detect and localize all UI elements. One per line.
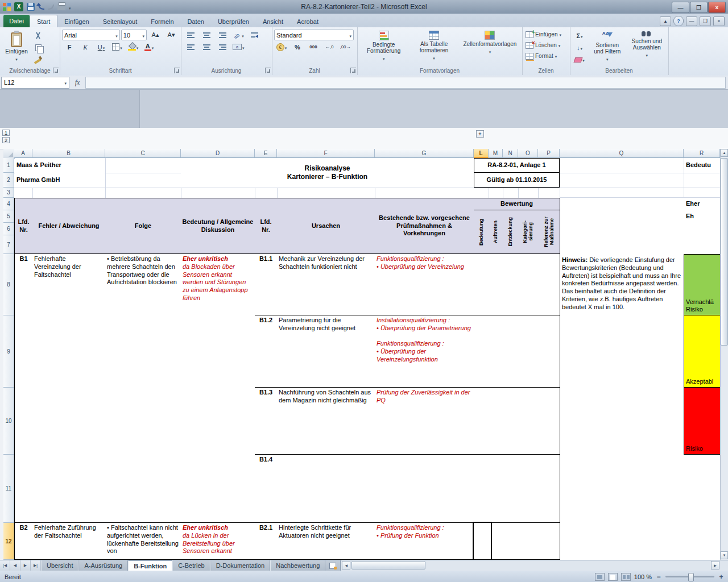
row-header-3[interactable]: 3 xyxy=(3,188,14,198)
cut-button[interactable] xyxy=(31,30,46,41)
column-header-D[interactable]: D xyxy=(181,149,255,158)
row-header-5[interactable]: 5 xyxy=(3,210,14,223)
underline-dropdown[interactable] xyxy=(103,44,105,51)
cell-B1-bedeutung[interactable]: Eher unkritisch da Blockaden über Sensor… xyxy=(181,254,255,523)
autosum-button[interactable]: Σ xyxy=(572,30,587,41)
row-header-7[interactable]: 7 xyxy=(3,235,14,254)
font-color-dropdown[interactable] xyxy=(152,44,154,51)
cell-company-line1[interactable]: Maas & Peither xyxy=(15,158,105,173)
tab-ansicht[interactable]: Ansicht xyxy=(256,15,290,27)
tab-einfuegen[interactable]: Einfügen xyxy=(57,15,96,27)
last-sheet-button[interactable]: ▶| xyxy=(31,560,41,571)
comma-style-button[interactable]: 000 xyxy=(306,41,321,53)
cell-B1-1-massnahme[interactable]: Funktionsqualifizierung : • Überprüfung … xyxy=(375,254,474,315)
vertical-scrollbar[interactable]: ▲ ▼ xyxy=(720,149,728,560)
page-layout-view-button[interactable] xyxy=(608,573,618,581)
borders-button[interactable] xyxy=(110,41,125,53)
row-header-12[interactable]: 12 xyxy=(3,523,14,560)
header-rot-auftreten[interactable]: Auftreten xyxy=(489,210,503,254)
borders-dropdown[interactable] xyxy=(120,44,122,51)
row-header-6[interactable]: 6 xyxy=(3,223,14,235)
bold-button[interactable]: F xyxy=(62,41,77,53)
cell-B1-2-massnahme[interactable]: Installationsqualifizierung : • Überprüf… xyxy=(375,315,474,388)
cell-B1-4-massnahme[interactable] xyxy=(375,455,474,523)
column-header-R[interactable]: R xyxy=(684,149,720,158)
number-format-select[interactable]: Standard xyxy=(274,30,354,40)
grid-cell-M9[interactable] xyxy=(489,315,503,388)
risk-cell-green[interactable]: Vernachlä Risiko xyxy=(684,254,720,315)
header-rot-bedeutung[interactable]: Bedeutung xyxy=(474,210,489,254)
normal-view-button[interactable] xyxy=(595,573,605,581)
next-sheet-button[interactable]: ▶ xyxy=(20,560,31,571)
select-all-corner[interactable] xyxy=(3,149,15,159)
align-bottom-button[interactable] xyxy=(215,30,230,41)
cell-B1-1-nr[interactable]: B1.1 xyxy=(255,254,278,315)
column-header-G[interactable]: G xyxy=(375,149,474,158)
zoom-slider[interactable] xyxy=(665,576,714,577)
header-rot-entdeckung[interactable]: Entdeckung xyxy=(503,210,519,254)
sort-filter-button[interactable]: AZ Sortieren und Filtern xyxy=(589,29,626,66)
header-folge[interactable]: Folge xyxy=(105,198,181,254)
column-header-P[interactable]: P xyxy=(538,149,560,158)
grid-cell-N9[interactable] xyxy=(503,315,519,388)
column-header-Q[interactable]: Q xyxy=(560,149,684,158)
grid-cell-M8[interactable] xyxy=(489,254,503,315)
row-header-8[interactable]: 8 xyxy=(3,254,14,315)
scroll-right-button[interactable]: ▶ xyxy=(711,561,719,569)
clear-dropdown[interactable] xyxy=(582,56,585,63)
cell-B1-4-ursache[interactable] xyxy=(277,455,375,523)
tab-formeln[interactable]: Formeln xyxy=(144,15,180,27)
cell-B1-folge[interactable]: • Betriebstörung da mehrere Schachteln d… xyxy=(105,254,181,523)
grid-cell-M12[interactable] xyxy=(489,523,503,560)
zoom-in-button[interactable]: + xyxy=(718,573,725,581)
clipboard-dialog-launcher[interactable] xyxy=(53,68,59,73)
grid-cell-L10[interactable] xyxy=(474,388,489,455)
outline-level-1-button[interactable]: 1 xyxy=(2,130,10,136)
cell-B2-1-massnahme[interactable]: Funktionsqualifizierung : • Prüfung der … xyxy=(375,523,474,560)
header-fehler[interactable]: Fehler / Abweichung xyxy=(32,198,106,254)
workbook-minimize-button[interactable]: — xyxy=(686,16,697,26)
cell-B1-2-ursache[interactable]: Parametrierung für die Vereinzelung nich… xyxy=(277,315,375,388)
align-middle-button[interactable] xyxy=(199,30,214,41)
grid-cell-L12[interactable] xyxy=(474,523,489,560)
sheet-tab-c-betrieb[interactable]: C-Betrieb xyxy=(172,560,210,571)
minimize-button[interactable]: — xyxy=(672,2,689,13)
cell-hinweis[interactable]: Hinweis: Die vorliegende Einstufung der … xyxy=(562,256,681,336)
column-header-N[interactable]: N xyxy=(503,149,518,158)
fill-button[interactable] xyxy=(572,42,587,53)
cell-right-legend-row1[interactable]: Eher xyxy=(686,198,720,210)
cell-B2-nr[interactable]: B2 xyxy=(14,523,33,560)
column-header-C[interactable]: C xyxy=(105,149,181,158)
grid-cell-P10[interactable] xyxy=(538,388,560,455)
grid-cell-O9[interactable] xyxy=(518,315,539,388)
grid-cell-P12[interactable] xyxy=(538,523,560,560)
number-dialog-launcher[interactable] xyxy=(350,68,356,73)
cell-B1-nr[interactable]: B1 xyxy=(14,254,33,523)
row-header-9[interactable]: 9 xyxy=(3,315,14,388)
qat-customize-dropdown[interactable] xyxy=(69,2,71,12)
header-rot-kategorisierung[interactable]: Kategori- sierung xyxy=(518,210,539,254)
font-color-button[interactable]: A xyxy=(142,41,156,53)
workbook-close-button[interactable]: × xyxy=(713,16,725,26)
tab-acrobat[interactable]: Acrobat xyxy=(290,15,325,27)
header-rot-referenz[interactable]: Referenz zur Maßnahme xyxy=(538,210,560,254)
column-header-F[interactable]: F xyxy=(277,149,375,158)
autosum-dropdown[interactable] xyxy=(581,32,583,39)
cell-B2-bedeutung[interactable]: Eher unkritisch da Lücken in der Bereits… xyxy=(181,523,255,560)
scroll-up-button[interactable]: ▲ xyxy=(721,149,728,157)
zoom-slider-thumb[interactable] xyxy=(688,573,694,581)
paste-dropdown[interactable] xyxy=(15,56,18,62)
merge-center-button[interactable]: a xyxy=(231,41,246,53)
column-header-E[interactable]: E xyxy=(255,149,277,158)
wrap-text-button[interactable] xyxy=(247,30,262,41)
header-bedeutung[interactable]: Bedeutung / Allgemeine Diskussion xyxy=(181,198,255,254)
column-header-A[interactable]: A xyxy=(14,149,32,158)
accounting-dropdown[interactable] xyxy=(285,44,287,51)
name-box-dropdown[interactable] xyxy=(64,79,67,86)
grid-cell-N12[interactable] xyxy=(503,523,519,560)
align-center-button[interactable] xyxy=(199,41,214,53)
cell-report-title[interactable]: Risikoanalyse Kartonierer – B-Funktion xyxy=(181,158,474,188)
risk-cell-red[interactable]: Risiko xyxy=(684,388,720,455)
cell-B2-1-nr[interactable]: B2.1 xyxy=(255,523,278,560)
fill-color-dropdown[interactable] xyxy=(136,44,139,51)
